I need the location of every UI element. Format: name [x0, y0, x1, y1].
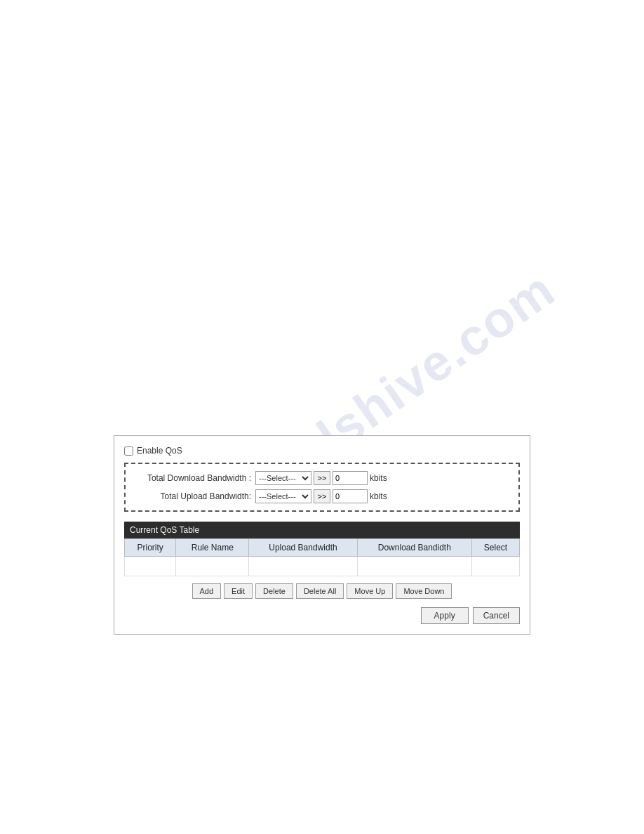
- move-down-button[interactable]: Move Down: [396, 583, 452, 599]
- enable-qos-checkbox[interactable]: [124, 446, 133, 456]
- main-panel: Enable QoS Total Download Bandwidth : --…: [114, 435, 530, 635]
- col-priority: Priority: [125, 539, 176, 557]
- upload-arrow-button[interactable]: >>: [314, 489, 330, 503]
- enable-qos-label: Enable QoS: [137, 446, 182, 456]
- delete-button[interactable]: Delete: [255, 583, 293, 599]
- table-row: [125, 557, 520, 576]
- bottom-actions-row: Apply Cancel: [124, 607, 520, 624]
- upload-bandwidth-select[interactable]: ---Select---: [255, 489, 311, 503]
- col-select: Select: [472, 539, 520, 557]
- move-up-button[interactable]: Move Up: [347, 583, 393, 599]
- download-arrow-button[interactable]: >>: [314, 471, 330, 485]
- qos-table-header-row: Priority Rule Name Upload Bandwidth Down…: [125, 539, 520, 557]
- download-bandwidth-label: Total Download Bandwidth :: [135, 473, 251, 483]
- upload-bandwidth-row: Total Upload Bandwidth: ---Select--- >> …: [135, 489, 509, 503]
- col-rule-name: Rule Name: [176, 539, 249, 557]
- upload-kbits-input[interactable]: [333, 489, 368, 503]
- cancel-button[interactable]: Cancel: [473, 607, 520, 624]
- add-button[interactable]: Add: [192, 583, 222, 599]
- download-bandwidth-row: Total Download Bandwidth : ---Select--- …: [135, 471, 509, 485]
- table-actions-row: Add Edit Delete Delete All Move Up Move …: [124, 583, 520, 599]
- download-kbits-label: kbits: [370, 473, 387, 483]
- delete-all-button[interactable]: Delete All: [296, 583, 344, 599]
- upload-kbits-label: kbits: [370, 491, 387, 501]
- edit-button[interactable]: Edit: [224, 583, 253, 599]
- apply-button[interactable]: Apply: [421, 607, 469, 624]
- qos-table-header-bar: Current QoS Table: [124, 522, 520, 538]
- enable-qos-row: Enable QoS: [124, 446, 520, 456]
- upload-bandwidth-label: Total Upload Bandwidth:: [135, 491, 251, 501]
- col-download-bandidth: Download Bandidth: [357, 539, 471, 557]
- download-bandwidth-select[interactable]: ---Select---: [255, 471, 311, 485]
- qos-table: Priority Rule Name Upload Bandwidth Down…: [124, 538, 520, 576]
- col-upload-bandwidth: Upload Bandwidth: [249, 539, 357, 557]
- download-kbits-input[interactable]: [333, 471, 368, 485]
- bandwidth-section: Total Download Bandwidth : ---Select--- …: [124, 463, 520, 512]
- qos-table-title: Current QoS Table: [130, 525, 199, 535]
